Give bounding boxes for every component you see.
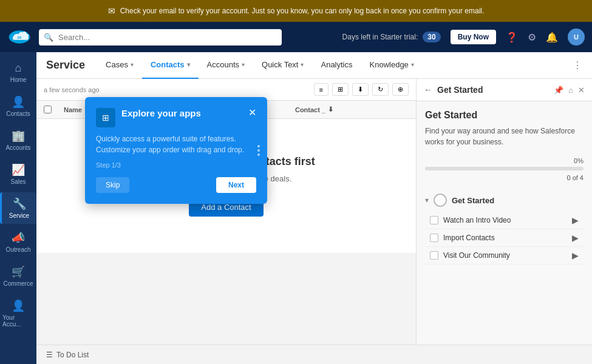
task-label-1: Import Contacts xyxy=(443,234,495,242)
search-icon: 🔍 xyxy=(44,33,53,42)
sidebar-item-outreach[interactable]: 📣 Outreach xyxy=(0,226,36,258)
task-group-label: Get Started xyxy=(452,196,494,205)
tab-contacts[interactable]: Contacts ▾ xyxy=(142,52,199,79)
sidebar-item-home[interactable]: ⌂ Home xyxy=(0,57,36,88)
tab-quick-text-label: Quick Text xyxy=(262,60,298,69)
sidebar-item-contacts[interactable]: 👤 Contacts xyxy=(0,90,36,122)
explore-popup: ⊞ Explore your apps ✕ Quickly access a p… xyxy=(85,97,267,204)
right-panel-icons: 📌 ⌂ ✕ xyxy=(554,86,585,95)
chevron-down-icon: ▾ xyxy=(425,196,429,204)
task-checkbox-0[interactable] xyxy=(430,216,438,224)
sidebar-item-accounts[interactable]: 🏢 Accounts xyxy=(0,124,36,156)
chevron-down-icon: ▾ xyxy=(187,61,190,68)
task-group: ▾ Get Started Watch an Intro Video ▶ Imp… xyxy=(425,189,583,265)
content-area: Service Cases ▾ Contacts ▾ Accounts ▾ Qu… xyxy=(36,52,592,364)
tab-analytics-label: Analytics xyxy=(321,60,352,69)
trial-days-badge: 30 xyxy=(423,32,440,42)
your-account-icon: 👤 xyxy=(12,299,25,312)
list-icon: ☰ xyxy=(46,351,53,359)
task-label-2: Visit Our Community xyxy=(443,251,510,260)
notifications-icon[interactable]: 🔔 xyxy=(546,32,558,43)
explore-title: Explore your apps xyxy=(121,108,242,118)
modal-overlay: ⊞ Explore your apps ✕ Quickly access a p… xyxy=(36,79,416,345)
task-label-0: Watch an Intro Video xyxy=(443,216,511,224)
search-bar[interactable]: 🔍 xyxy=(39,29,282,46)
task-item-0: Watch an Intro Video ▶ xyxy=(425,212,583,229)
pin-icon[interactable]: 📌 xyxy=(554,86,563,95)
chevron-down-icon: ▾ xyxy=(242,61,245,68)
task-checkbox-1[interactable] xyxy=(430,234,438,242)
sales-icon: 📈 xyxy=(12,163,25,177)
video-icon: ▶ xyxy=(572,215,579,225)
close-icon[interactable]: ✕ xyxy=(578,86,585,95)
right-panel-content: Get Started Find your way around and see… xyxy=(417,101,592,345)
main-panel: a few seconds ago ≡ ⊞ ⬇ ↻ ⊕ Name xyxy=(36,79,416,345)
chevron-down-icon: ▾ xyxy=(131,61,134,68)
explore-icon-box: ⊞ xyxy=(96,108,115,127)
app-header: SF 🔍 Days left in Starter trial: 30 Buy … xyxy=(0,22,592,52)
main-layout: ⌂ Home 👤 Contacts 🏢 Accounts 📈 Sales 🔧 S… xyxy=(0,52,592,364)
tab-accounts-label: Accounts xyxy=(207,60,239,69)
sidebar-item-sales[interactable]: 📈 Sales xyxy=(0,158,36,190)
service-icon: 🔧 xyxy=(13,197,26,211)
right-panel-title: Get Started xyxy=(437,85,549,95)
tab-accounts[interactable]: Accounts ▾ xyxy=(199,52,253,79)
video-icon: ▶ xyxy=(572,251,579,260)
task-checkbox-2[interactable] xyxy=(430,251,438,260)
search-input[interactable] xyxy=(39,29,282,46)
settings-icon[interactable]: ⚙ xyxy=(528,32,536,43)
home-icon[interactable]: ⌂ xyxy=(568,86,573,95)
explore-popup-header: ⊞ Explore your apps ✕ xyxy=(96,108,256,127)
back-icon[interactable]: ← xyxy=(424,85,432,95)
sidebar-item-service[interactable]: 🔧 Service xyxy=(0,192,36,224)
right-panel-header: ← Get Started 📌 ⌂ ✕ xyxy=(417,79,592,101)
tab-analytics[interactable]: Analytics xyxy=(312,52,361,79)
accounts-icon: 🏢 xyxy=(12,129,25,143)
sub-content: a few seconds ago ≡ ⊞ ⬇ ↻ ⊕ Name xyxy=(36,79,592,345)
sidebar: ⌂ Home 👤 Contacts 🏢 Accounts 📈 Sales 🔧 S… xyxy=(0,52,36,364)
sidebar-item-label: Home xyxy=(10,76,27,83)
notification-message: Check your email to verify your account.… xyxy=(120,7,485,15)
close-button[interactable]: ✕ xyxy=(248,108,256,118)
sidebar-item-label: Contacts xyxy=(6,110,30,117)
help-icon[interactable]: ❓ xyxy=(506,32,518,43)
tab-cases[interactable]: Cases ▾ xyxy=(97,52,142,79)
get-started-description: Find your way around and see how Salesfo… xyxy=(425,126,583,147)
sidebar-item-your-account[interactable]: 👤 Your Accu... xyxy=(0,294,36,332)
header-actions: Days left in Starter trial: 30 Buy Now ❓… xyxy=(342,29,585,46)
trial-label: Days left in Starter trial: xyxy=(342,33,418,41)
chevron-down-icon: ▾ xyxy=(411,61,414,68)
buy-now-button[interactable]: Buy Now xyxy=(451,30,496,44)
task-item-1: Import Contacts ▶ xyxy=(425,229,583,247)
bottom-bar-label: To Do List xyxy=(56,351,89,359)
video-icon: ▶ xyxy=(572,233,579,243)
sidebar-item-label: Sales xyxy=(10,178,26,185)
app-nav: Service Cases ▾ Contacts ▾ Accounts ▾ Qu… xyxy=(36,52,592,79)
bottom-bar: ☰ To Do List xyxy=(36,345,592,364)
get-started-title: Get Started xyxy=(425,110,583,121)
sidebar-item-label: Outreach xyxy=(5,246,30,253)
sidebar-item-label: Your Accu... xyxy=(2,314,34,328)
sidebar-item-label: Service xyxy=(9,212,29,219)
sidebar-item-label: Accounts xyxy=(5,144,30,151)
tab-contacts-label: Contacts xyxy=(151,60,185,69)
progress-percentage: 0% xyxy=(574,157,583,164)
app-title: Service xyxy=(46,59,85,72)
explore-step: Step 1/3 xyxy=(96,161,256,169)
trial-info: Days left in Starter trial: 30 xyxy=(342,32,441,42)
tab-knowledge[interactable]: Knowledge ▾ xyxy=(361,52,423,79)
sidebar-item-commerce[interactable]: 🛒 Commerce xyxy=(0,260,36,292)
next-button[interactable]: Next xyxy=(216,177,256,193)
avatar[interactable]: U xyxy=(568,29,585,46)
tab-knowledge-label: Knowledge xyxy=(370,60,409,69)
salesforce-logo: SF xyxy=(7,29,32,46)
task-group-header[interactable]: ▾ Get Started xyxy=(425,189,583,212)
svg-text:SF: SF xyxy=(17,36,22,39)
tab-cases-label: Cases xyxy=(106,60,128,69)
task-group-circle xyxy=(434,194,447,207)
nav-more-icon[interactable]: ⋮ xyxy=(573,59,582,71)
skip-button[interactable]: Skip xyxy=(96,177,129,193)
tab-quick-text[interactable]: Quick Text ▾ xyxy=(253,52,312,79)
chevron-down-icon: ▾ xyxy=(301,61,304,68)
explore-description: Quickly access a powerful suite of featu… xyxy=(96,133,256,155)
